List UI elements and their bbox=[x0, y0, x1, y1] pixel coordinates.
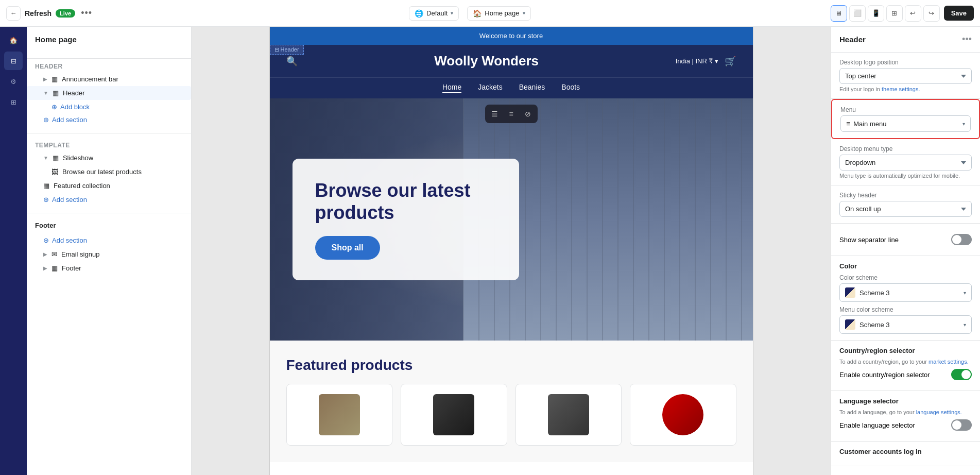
align-center-icon[interactable]: ≡ bbox=[504, 107, 519, 121]
default-selector[interactable]: 🌐 Default ▾ bbox=[409, 6, 459, 21]
footer-item[interactable]: ▶ ▦ Footer bbox=[27, 261, 191, 275]
add-block-button[interactable]: ⊕ Add block bbox=[27, 101, 191, 113]
icon-sidebar: 🏠 ⊟ ⚙ ⊞ bbox=[0, 27, 27, 475]
more-options-button[interactable]: ••• bbox=[79, 6, 94, 21]
menu-icon: ≡ bbox=[846, 120, 850, 128]
redo-button[interactable]: ↪ bbox=[923, 5, 940, 22]
market-settings-link[interactable]: market settings. bbox=[929, 359, 969, 365]
header-section-label: Header bbox=[27, 59, 191, 72]
back-button[interactable]: ← bbox=[6, 6, 21, 21]
email-signup-item[interactable]: ▶ ✉ Email signup bbox=[27, 247, 191, 261]
logo-position-select[interactable]: Top center bbox=[839, 68, 972, 84]
footer-icon: ▦ bbox=[51, 264, 58, 272]
desktop-menu-select[interactable]: Dropdown bbox=[839, 155, 972, 171]
logo-position-section: Desktop logo position Top center Edit yo… bbox=[831, 53, 980, 99]
country-selector-section: Country/region selector To add a country… bbox=[831, 341, 980, 391]
slideshow-icon: ▦ bbox=[53, 154, 59, 162]
footer-section-label: Footer bbox=[27, 217, 191, 233]
save-button[interactable]: Save bbox=[944, 6, 974, 21]
hero-title: Browse our latest products bbox=[315, 179, 496, 224]
panel-footer-section: Footer ⊕ Add section ▶ ✉ Email signup ▶ … bbox=[27, 217, 191, 275]
enable-language-label: Enable language selector bbox=[839, 421, 915, 429]
header-icon: ▦ bbox=[53, 89, 59, 97]
email-icon: ✉ bbox=[51, 250, 57, 258]
logo-position-label: Desktop logo position bbox=[839, 59, 972, 66]
product-image-2 bbox=[433, 394, 474, 435]
settings-sidebar-icon[interactable]: ⚙ bbox=[4, 72, 23, 91]
menu-section: Menu ≡ Main menu ▾ bbox=[831, 99, 980, 139]
nav-jackets[interactable]: Jackets bbox=[478, 83, 502, 93]
hero-section: ☰ ≡ ⊘ Browse our latest products Shop al… bbox=[270, 98, 753, 341]
menu-select[interactable]: ≡ Main menu ▾ bbox=[840, 115, 971, 132]
slideshow-item[interactable]: ▼ ▦ Slideshow bbox=[27, 151, 191, 165]
region-selector[interactable]: India | INR ₹ ▾ bbox=[676, 57, 719, 65]
apps-sidebar-icon[interactable]: ⊞ bbox=[4, 93, 23, 111]
home-sidebar-icon[interactable]: 🏠 bbox=[4, 31, 23, 49]
view-controls: 🖥 ⬜ 📱 ⊞ ↩ ↪ bbox=[831, 5, 940, 22]
theme-settings-link[interactable]: theme settings. bbox=[882, 86, 920, 92]
enable-language-row: Enable language selector bbox=[839, 415, 972, 435]
color-scheme-value: Scheme 3 bbox=[859, 289, 959, 297]
product-card-4[interactable] bbox=[630, 384, 736, 446]
preview-area: Welcome to our store ⊟ Header 🔍 Woolly W… bbox=[192, 27, 831, 475]
divider-2 bbox=[27, 213, 191, 213]
language-selector-section: Language selector To add a language, go … bbox=[831, 391, 980, 442]
nav-beanies[interactable]: Beanies bbox=[519, 83, 545, 93]
right-panel-more-icon[interactable]: ••• bbox=[962, 34, 972, 45]
color-scheme-select[interactable]: Scheme 3 ▾ bbox=[839, 283, 972, 302]
add-section-1-button[interactable]: ⊕ Add section bbox=[27, 114, 191, 126]
menu-color-scheme-select[interactable]: Scheme 3 ▾ bbox=[839, 315, 972, 334]
chevron-right-icon3: ▶ bbox=[43, 265, 47, 271]
logo-edit-text: Edit your logo in theme settings. bbox=[839, 86, 972, 92]
chevron-right-icon2: ▶ bbox=[43, 251, 47, 257]
image-icon: 🖼 bbox=[51, 168, 58, 176]
homepage-selector[interactable]: 🏠 Home page ▾ bbox=[467, 6, 530, 21]
nav-home[interactable]: Home bbox=[442, 83, 461, 93]
language-settings-link[interactable]: language settings. bbox=[916, 409, 962, 415]
enable-language-toggle[interactable] bbox=[951, 419, 972, 431]
mobile-view-button[interactable]: 📱 bbox=[868, 5, 884, 22]
menu-color-scheme-value: Scheme 3 bbox=[859, 321, 959, 329]
chevron-down-icon2: ▼ bbox=[43, 155, 48, 161]
store-header: 🔍 Woolly Wonders India | INR ₹ ▾ 🛒 bbox=[270, 45, 753, 77]
chevron-down-icon: ▼ bbox=[43, 90, 48, 96]
enable-country-toggle[interactable] bbox=[951, 369, 972, 380]
product-card-1[interactable] bbox=[286, 384, 393, 446]
product-card-2[interactable] bbox=[401, 384, 507, 446]
hero-content: Browse our latest products Shop all bbox=[293, 159, 519, 280]
preview-frame: Welcome to our store ⊟ Header 🔍 Woolly W… bbox=[269, 27, 753, 475]
align-left-icon[interactable]: ☰ bbox=[487, 107, 503, 121]
tablet-view-button[interactable]: ⬜ bbox=[849, 5, 866, 22]
sticky-header-select[interactable]: On scroll up bbox=[839, 201, 972, 217]
separator-toggle[interactable] bbox=[951, 234, 972, 245]
product-image-4 bbox=[662, 394, 703, 435]
search-icon[interactable]: 🔍 bbox=[286, 56, 298, 67]
store-logo: Woolly Wonders bbox=[434, 53, 539, 69]
add-section-2-button[interactable]: ⊕ Add section bbox=[27, 194, 191, 206]
shop-all-button[interactable]: Shop all bbox=[315, 236, 380, 260]
sections-sidebar-icon[interactable]: ⊟ bbox=[4, 52, 23, 70]
topbar-left: ← Refresh Live ••• bbox=[6, 6, 109, 21]
refresh-label[interactable]: Refresh bbox=[25, 9, 51, 18]
right-panel: Header ••• Desktop logo position Top cen… bbox=[831, 27, 980, 475]
grid-view-button[interactable]: ⊞ bbox=[886, 5, 903, 22]
menu-scheme-icon bbox=[845, 319, 855, 330]
featured-collection-item[interactable]: ▦ Featured collection bbox=[27, 179, 191, 193]
announcement-bar: Welcome to our store bbox=[270, 27, 753, 45]
undo-button[interactable]: ↩ bbox=[905, 5, 921, 22]
cart-icon[interactable]: 🛒 bbox=[725, 56, 736, 67]
country-selector-title: Country/region selector bbox=[839, 347, 972, 354]
desktop-view-button[interactable]: 🖥 bbox=[831, 5, 847, 22]
header-region: ⊟ Header 🔍 Woolly Wonders India | INR ₹ … bbox=[270, 45, 753, 98]
add-section-footer-button[interactable]: ⊕ Add section bbox=[27, 234, 191, 246]
enable-country-row: Enable country/region selector bbox=[839, 365, 972, 384]
right-panel-header: Header ••• bbox=[831, 27, 980, 53]
language-selector-title: Language selector bbox=[839, 397, 972, 405]
product-card-3[interactable] bbox=[515, 384, 622, 446]
slideshow-child-item[interactable]: 🖼 Browse our latest products bbox=[27, 165, 191, 179]
edit-icon[interactable]: ⊘ bbox=[520, 107, 536, 121]
header-item[interactable]: ▼ ▦ Header bbox=[27, 86, 191, 100]
nav-boots[interactable]: Boots bbox=[561, 83, 580, 93]
template-label: Template bbox=[27, 138, 191, 151]
announcement-bar-item[interactable]: ▶ ▦ Announcement bar bbox=[27, 72, 191, 86]
